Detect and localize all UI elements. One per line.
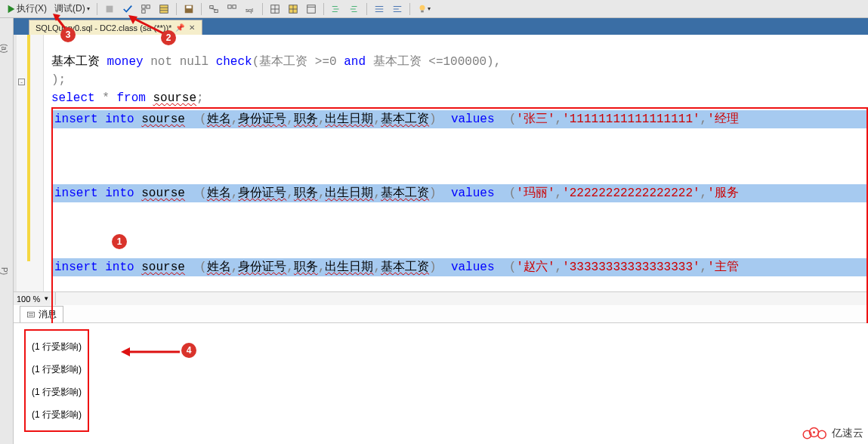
stop-button[interactable] (101, 2, 118, 17)
detail-icon (306, 4, 317, 14)
svg-rect-4 (141, 9, 144, 12)
message-row: (1 行受影响) (32, 335, 82, 358)
editor-gutter: - (17, 35, 44, 291)
stop-icon (104, 4, 115, 14)
svg-rect-14 (233, 5, 236, 8)
svg-rect-5 (159, 5, 168, 13)
outline-button[interactable] (137, 2, 154, 17)
table-btn-1[interactable] (267, 2, 283, 17)
check-icon (122, 4, 133, 14)
svg-rect-13 (227, 5, 230, 8)
messages-highlight-box: (1 行受影响) (1 行受影响) (1 行受影响) (1 行受影响) (24, 329, 89, 432)
svg-point-49 (818, 430, 826, 439)
left-pane: (a) P) (0, 18, 14, 444)
sql-editor[interactable]: - 基本工资 money not null check(基本工资 >=0 and… (14, 35, 868, 291)
svg-text:sql: sql (246, 6, 253, 13)
message-row: (1 行受影响) (32, 403, 82, 426)
btn-a[interactable] (205, 2, 222, 17)
svg-rect-38 (28, 312, 35, 317)
annotation-badge-4: 4 (181, 343, 196, 358)
grid-button-1[interactable] (156, 2, 172, 17)
intellisense-button[interactable]: ▾ (414, 2, 434, 17)
message-row: (1 行受影响) (32, 358, 82, 381)
svg-rect-3 (147, 5, 150, 8)
watermark: 亿速云 (802, 426, 863, 441)
comment-btn-2[interactable] (389, 2, 406, 17)
parse-button[interactable] (119, 2, 136, 17)
save-button[interactable] (181, 2, 197, 17)
table-btn-2[interactable] (285, 2, 301, 17)
watermark-text: 亿速云 (832, 427, 863, 440)
bulb-icon (417, 4, 428, 14)
comment-icon (374, 4, 385, 14)
zoom-value[interactable]: 100 % (17, 294, 40, 304)
svg-line-43 (133, 18, 163, 33)
schema2-icon (227, 4, 237, 14)
svg-rect-11 (215, 9, 218, 12)
execute-button[interactable]: 执行(X) (3, 2, 50, 17)
svg-rect-22 (307, 5, 315, 13)
leftpane-label-p: P) (0, 264, 8, 275)
svg-point-36 (419, 5, 425, 10)
separator (262, 3, 263, 15)
leftpane-label-a: (a) (0, 41, 8, 53)
indent-icon (331, 4, 341, 14)
messages-icon (26, 310, 36, 319)
separator (409, 3, 410, 15)
indent-btn-1[interactable] (328, 2, 344, 17)
svg-point-50 (813, 431, 815, 433)
btn-b[interactable] (224, 2, 240, 17)
arrow-4 (121, 346, 181, 358)
outline-icon (141, 4, 151, 14)
execute-label: 执行(X) (17, 2, 47, 15)
svg-rect-1 (106, 5, 113, 12)
svg-rect-10 (209, 5, 212, 8)
separator (97, 3, 97, 15)
play-icon (6, 4, 17, 14)
selection-box: insert into sourse (姓名,身份证号,职务,出生日期,基本工资… (51, 107, 868, 352)
svg-rect-2 (141, 5, 144, 8)
change-marker (27, 35, 30, 261)
sql-icon: sql (245, 4, 255, 14)
btn-c[interactable]: sql (242, 2, 258, 17)
comment-btn-1[interactable] (371, 2, 388, 17)
fold-icon[interactable]: - (18, 79, 25, 85)
outdent-icon (349, 4, 360, 14)
table-icon (270, 4, 280, 14)
annotation-badge-3: 3 (60, 27, 76, 42)
uncomment-icon (392, 4, 403, 14)
annotation-badge-2: 2 (161, 30, 176, 45)
annotation-badge-1: 1 (112, 234, 127, 249)
save-icon (184, 4, 194, 14)
svg-rect-37 (421, 10, 424, 12)
svg-marker-0 (8, 5, 15, 13)
arrow-2 (128, 15, 166, 35)
table-btn-3[interactable] (303, 2, 320, 17)
separator (366, 3, 367, 15)
messages-panel[interactable]: (1 行受影响) (1 行受影响) (1 行受影响) (1 行受影响) (14, 323, 868, 444)
schema-icon (209, 4, 219, 14)
pin-icon[interactable]: 📌 (176, 24, 184, 32)
separator (176, 3, 177, 15)
grid-icon (159, 4, 169, 14)
close-icon[interactable]: ✕ (188, 24, 196, 32)
separator (323, 3, 324, 15)
table2-icon (288, 4, 298, 14)
message-row: (1 行受影响) (32, 381, 82, 403)
svg-marker-46 (121, 347, 130, 356)
indent-btn-2[interactable] (346, 2, 363, 17)
svg-rect-9 (186, 5, 191, 8)
cloud-logo-icon (802, 426, 829, 441)
separator (201, 3, 202, 15)
